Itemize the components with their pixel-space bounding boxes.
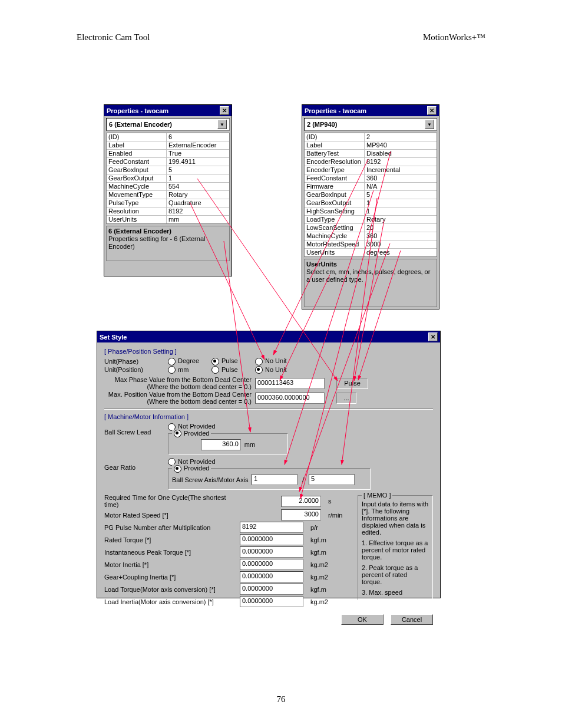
property-value[interactable]: Rotary [167,191,229,199]
property-value[interactable]: 554 [167,183,229,190]
property-row[interactable]: EncoderResolution8192 [305,158,437,166]
max-pos-unit-btn[interactable]: ... [336,393,356,404]
param-input[interactable]: 0.0000000 [240,596,303,607]
param-input[interactable]: 0.0000000 [240,546,303,558]
property-value[interactable]: 8192 [167,207,229,215]
property-value[interactable]: MP940 [365,141,437,149]
gear-b-input[interactable]: 5 [309,474,355,485]
property-row[interactable]: BatteryTestDisabled [305,150,437,158]
property-value[interactable]: 1 [167,174,229,182]
property-row[interactable]: LowScanSetting20 [305,224,437,232]
property-value[interactable]: 8192 [365,158,437,166]
property-value[interactable]: 1 [365,199,437,207]
property-value[interactable]: 2 [365,133,437,141]
gear-a-input[interactable]: 1 [252,474,297,485]
radio-pulse-phase[interactable] [211,358,219,365]
property-value[interactable]: 20 [365,224,437,232]
property-row[interactable]: MovementTypeRotary [107,191,229,199]
property-value[interactable]: ExternalEncoder [167,141,229,149]
property-row[interactable]: FirmwareN/A [305,183,437,191]
property-value[interactable]: Rotary [365,216,437,223]
property-row[interactable]: HighScanSetting1 [305,207,437,216]
property-row[interactable]: LabelMP940 [305,141,437,150]
chevron-down-icon[interactable]: ▼ [217,120,227,129]
property-row[interactable]: GearBoxOutput1 [107,174,229,183]
param-unit: kgf.m [310,586,334,593]
param-input[interactable]: 0.0000000 [240,584,303,595]
property-grid-1[interactable]: (ID)6LabelExternalEncoderEnabledTrueFeed… [106,133,230,224]
radio-nounit-pos[interactable] [255,366,263,374]
property-row[interactable]: (ID)2 [305,133,437,141]
param-row: Required Time for One Cycle(The shortest… [104,494,352,508]
property-value[interactable]: 6 [167,133,229,141]
radio-pulse-pos[interactable] [211,366,219,374]
titlebar-1[interactable]: Properties - twocam ✕ [104,105,232,116]
property-value[interactable]: 5 [365,191,437,199]
property-value[interactable]: Incremental [365,166,437,174]
property-value[interactable]: 1 [365,207,437,215]
header-right: MotionWorks+™ [423,32,485,42]
memo-box: [ MEMO ] Input data to items with [*]. T… [358,495,433,600]
property-row[interactable]: Resolution8192 [107,207,229,216]
property-row[interactable]: GearBoxOutput1 [305,199,437,207]
property-row[interactable]: LabelExternalEncoder [107,141,229,150]
property-row[interactable]: UserUnitsdegrees [305,249,437,256]
radio-gr-provided[interactable] [174,465,181,473]
property-row[interactable]: FeedConstant199.4911 [107,158,229,166]
property-value[interactable]: 5 [167,166,229,174]
param-input[interactable]: 2.0000 [281,496,321,507]
property-value[interactable]: Disabled [365,150,437,157]
param-input[interactable]: 3000 [281,509,321,521]
properties-window-1: Properties - twocam ✕ 6 (External Encode… [104,104,232,276]
ok-button[interactable]: OK [341,614,384,625]
property-grid-2[interactable]: (ID)2LabelMP940BatteryTestDisabledEncode… [304,133,437,257]
param-label: Gear+Coupling Inertia [*] [104,574,240,581]
radio-nounit-phase[interactable] [255,358,263,365]
property-row[interactable]: GearBoxInput5 [305,191,437,199]
ball-screw-input[interactable]: 360.0 [201,439,241,450]
max-phase-input[interactable]: 0000113463 [255,378,325,389]
property-value[interactable]: True [167,150,229,157]
radio-bs-provided[interactable] [174,430,181,437]
chevron-down-icon[interactable]: ▼ [425,120,434,129]
property-row[interactable]: UserUnitsmm [107,216,229,223]
property-row[interactable]: FeedConstant360 [305,174,437,183]
property-value[interactable]: 3000 [365,241,437,248]
property-value[interactable]: mm [167,216,229,223]
titlebar-2[interactable]: Properties - twocam ✕ [302,105,439,116]
max-pos-input[interactable]: 0000360.0000000 [255,393,325,404]
close-icon[interactable]: ✕ [220,106,229,115]
param-unit: kg.m2 [310,561,334,568]
gr-notprovided-label: Not Provided [178,458,216,465]
property-row[interactable]: MotorRatedSpeed3000 [305,241,437,249]
param-label: Motor Rated Speed [*] [104,512,240,519]
close-icon[interactable]: ✕ [427,106,437,115]
property-value[interactable]: 360 [365,174,437,182]
radio-degree[interactable] [168,358,176,365]
property-row[interactable]: PulseTypeQuadrature [107,199,229,207]
cancel-button[interactable]: Cancel [391,614,433,625]
property-value[interactable]: N/A [365,183,437,190]
object-select-1[interactable]: 6 (External Encoder) ▼ [106,118,230,131]
property-value[interactable]: Quadrature [167,199,229,207]
property-row[interactable]: EnabledTrue [107,150,229,158]
property-value[interactable]: 199.4911 [167,158,229,166]
close-icon[interactable]: ✕ [428,332,438,341]
param-input[interactable]: 0.0000000 [240,559,303,570]
property-row[interactable]: MachineCycle360 [305,232,437,241]
property-row[interactable]: MachineCycle554 [107,183,229,191]
property-key: Enabled [107,150,167,157]
property-row[interactable]: (ID)6 [107,133,229,141]
object-select-2[interactable]: 2 (MP940) ▼ [304,118,437,131]
property-row[interactable]: EncoderTypeIncremental [305,166,437,174]
param-input[interactable]: 8192 [240,522,303,533]
param-input[interactable]: 0.0000000 [240,571,303,582]
property-value[interactable]: 360 [365,232,437,240]
property-value[interactable]: degrees [365,249,437,256]
titlebar-ss[interactable]: Set Style ✕ [97,331,440,342]
param-input[interactable]: 0.0000000 [240,534,303,545]
gr-provided-label: Provided [184,465,209,472]
property-row[interactable]: LoadTypeRotary [305,216,437,224]
radio-mm[interactable] [168,366,176,374]
property-row[interactable]: GearBoxInput5 [107,166,229,174]
